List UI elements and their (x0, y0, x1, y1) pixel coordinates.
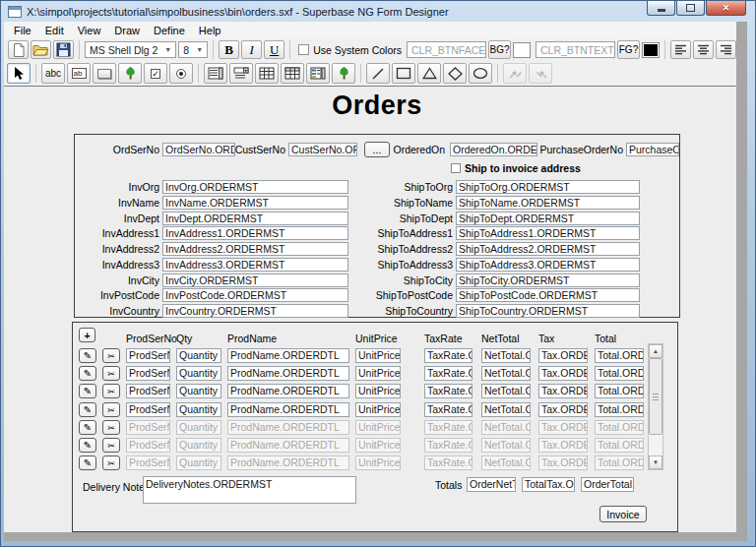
bold-button[interactable]: B (219, 40, 239, 59)
rectangle-tool-button[interactable] (392, 63, 415, 84)
prodname-field[interactable]: ProdName.ORDERDTL (227, 348, 349, 363)
triangle-tool-button[interactable] (417, 63, 441, 84)
image-tool-button[interactable] (118, 63, 142, 84)
shiptoaddress1-field[interactable]: ShipToAddress1.ORDERMST (456, 226, 640, 240)
ordernettotal-field[interactable]: OrderNetTota (467, 477, 516, 492)
radio-tool-button[interactable] (169, 63, 193, 84)
order-header-group[interactable]: OrdSerNo OrdSerNo.ORDE CustSerNo CustSer… (74, 134, 680, 318)
orderedon-field[interactable]: OrderedOn.ORDERI (450, 143, 537, 156)
shiptoorg-field[interactable]: ShipToOrg.ORDERMST (456, 180, 640, 194)
fg-query-button[interactable]: FG? (617, 40, 641, 59)
shiptocity-field[interactable]: ShipToCity.ORDERMST (456, 274, 640, 287)
unitprice-field[interactable]: UnitPrice.ORD (355, 402, 401, 417)
prodserno-field[interactable]: ProdSerN (126, 384, 170, 398)
invoice-button[interactable]: Invoice (599, 506, 647, 522)
add-row-button[interactable]: + (79, 328, 95, 342)
delete-row-button[interactable]: ✂ (102, 456, 120, 470)
scrollbar-thumb[interactable] (649, 358, 662, 435)
tax-field[interactable]: Tax.ORDERD (538, 348, 588, 363)
edit-row-button[interactable]: ✎ (79, 456, 96, 470)
shiptopostcode-field[interactable]: ShipToPostCode.ORDERMST (456, 288, 640, 302)
textfield-tool-button[interactable]: ab (67, 63, 91, 84)
open-button[interactable] (31, 40, 51, 59)
label-tool-button[interactable]: abc (41, 63, 65, 84)
edit-row-button[interactable]: ✎ (79, 402, 96, 417)
prodserno-field[interactable]: ProdSerN (126, 402, 170, 417)
ordertotal-field[interactable]: OrderTotal.O (581, 477, 634, 492)
unitprice-field[interactable]: UnitPrice.ORD (355, 366, 401, 381)
app-icon[interactable] (8, 6, 22, 18)
underline-button[interactable]: U (264, 40, 284, 59)
fg-color-select[interactable]: CLR_BTNTEXT ▼ (536, 41, 615, 58)
edit-row-button[interactable]: ✎ (79, 348, 96, 363)
total-field[interactable]: Total.ORDERI (595, 348, 644, 363)
shiptoname-field[interactable]: ShipToName.ORDERMST (456, 196, 640, 210)
total-field[interactable]: Total.ORDERI (595, 366, 644, 381)
tax-field[interactable]: Tax.ORDERD (538, 402, 588, 417)
delete-row-button[interactable]: ✂ (102, 348, 120, 363)
link-target-tool-button[interactable] (529, 63, 552, 84)
nettotal-field[interactable]: NetTotal.ORD (481, 384, 531, 398)
unitprice-field[interactable]: UnitPrice.ORD (355, 384, 401, 398)
nettotal-field[interactable]: NetTotal.ORD (481, 402, 531, 417)
edit-row-button[interactable]: ✎ (79, 384, 96, 398)
menu-edit[interactable]: Edit (38, 24, 71, 37)
link-source-tool-button[interactable] (503, 63, 527, 84)
prodserno-field[interactable]: ProdSerN (126, 348, 170, 363)
checkbox-tool-button[interactable]: ✓ (144, 63, 167, 84)
pointer-tool-button[interactable] (7, 63, 31, 84)
scroll-up-button[interactable]: ▲ (649, 344, 662, 358)
listbox-tool-button[interactable] (204, 63, 227, 84)
taxrate-field[interactable]: TaxRate.ORD (424, 384, 472, 398)
custserno-field[interactable]: CustSerNo.ORD (288, 143, 357, 156)
menu-file[interactable]: File (7, 24, 38, 37)
delete-row-button[interactable]: ✂ (102, 438, 120, 453)
bg-query-button[interactable]: BG? (488, 40, 512, 59)
order-detail-group[interactable]: + ProdSerNo Qty ProdName UnitPrice TaxRa… (72, 322, 678, 532)
delete-row-button[interactable]: ✂ (102, 402, 120, 417)
nettotal-field[interactable]: NetTotal.ORD (481, 348, 531, 363)
close-button[interactable]: ✕ (706, 1, 746, 16)
align-left-button[interactable] (670, 40, 691, 59)
menu-help[interactable]: Help (192, 24, 228, 37)
qty-field[interactable]: Quantity (176, 348, 221, 363)
qty-field[interactable]: Quantity (176, 384, 221, 398)
prodname-field[interactable]: ProdName.ORDERDTL (227, 402, 349, 417)
prodserno-field[interactable]: ProdSerN (126, 366, 170, 381)
form-canvas[interactable]: Orders OrdSerNo OrdSerNo.ORDE CustSerNo … (4, 87, 736, 532)
maximize-button[interactable] (676, 1, 705, 16)
form-title[interactable]: Orders (74, 91, 680, 121)
shiptodept-field[interactable]: ShipToDept.ORDERMST (456, 212, 640, 225)
delete-row-button[interactable]: ✂ (102, 420, 120, 435)
unitprice-field[interactable]: UnitPrice.ORD (355, 348, 401, 363)
prodname-field[interactable]: ProdName.ORDERDTL (227, 384, 349, 398)
minimize-button[interactable] (647, 1, 675, 16)
tax-field[interactable]: Tax.ORDERD (538, 366, 588, 381)
line-tool-button[interactable] (366, 63, 390, 84)
grid-scrollbar[interactable]: ▲ ▼ (648, 343, 663, 470)
align-right-button[interactable] (716, 40, 736, 59)
diamond-tool-button[interactable] (443, 63, 467, 84)
use-system-colors[interactable]: Use System Colors (298, 44, 402, 56)
shiptoaddress2-field[interactable]: ShipToAddress2.ORDERMST (456, 242, 640, 256)
new-button[interactable] (8, 40, 29, 59)
purchaseorderno-field[interactable]: PurchaseOrderNo.O (626, 143, 679, 156)
italic-button[interactable]: I (241, 40, 262, 59)
prodname-field[interactable]: ProdName.ORDERDTL (227, 366, 349, 381)
delete-row-button[interactable]: ✂ (102, 366, 120, 381)
scroll-down-button[interactable]: ▼ (649, 456, 662, 469)
title-bar[interactable]: X:\simpol\projects\tutorial\simpolbusine… (1, 1, 755, 22)
total-field[interactable]: Total.ORDERI (595, 402, 644, 417)
menu-view[interactable]: View (71, 24, 108, 37)
font-size-select[interactable]: 8 ▼ (178, 41, 208, 58)
taxrate-field[interactable]: TaxRate.ORD (424, 348, 472, 363)
delivery-notes-field[interactable]: DeliveryNotes.ORDERMST (143, 476, 356, 504)
delete-row-button[interactable]: ✂ (102, 384, 120, 398)
ellipse-tool-button[interactable] (469, 63, 492, 84)
shiptoaddress3-field[interactable]: ShipToAddress3.ORDERMST (456, 258, 640, 272)
save-button[interactable] (53, 40, 74, 59)
totaltax-field[interactable]: TotalTax.ORD (522, 477, 575, 492)
ship-to-invoice-checkbox[interactable] (451, 163, 461, 173)
use-system-colors-checkbox[interactable] (298, 44, 309, 55)
button-tool-button[interactable] (93, 63, 116, 84)
